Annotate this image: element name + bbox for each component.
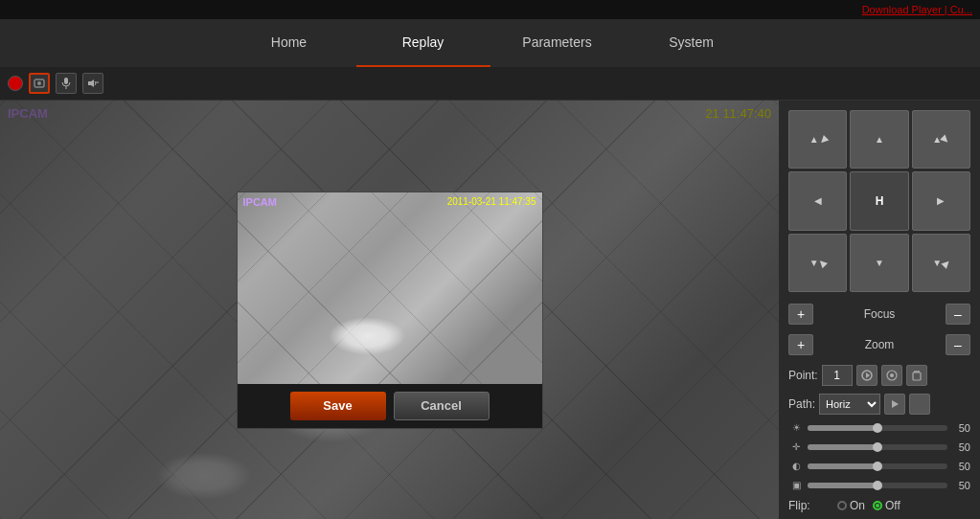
- contrast-value: 50: [951, 441, 970, 453]
- modal-buttons: Save Cancel: [238, 384, 542, 428]
- toolbar: [0, 67, 980, 101]
- focus-minus-button[interactable]: –: [946, 304, 970, 325]
- flip-on-radio[interactable]: [837, 501, 847, 510]
- modal-light: [329, 317, 405, 355]
- main-area: IPCAM 21 11:47:40 IPCAM 2011-03-21 11:47…: [0, 101, 980, 519]
- modal-save-button[interactable]: Save: [290, 392, 386, 420]
- path-label: Path:: [788, 397, 815, 411]
- svg-rect-2: [64, 78, 68, 84]
- path-row: Path: Horiz Vert Custom: [788, 394, 970, 415]
- play-icon: [890, 399, 900, 409]
- focus-row: + Focus –: [788, 304, 970, 325]
- brightness-icon: ☀: [788, 422, 804, 433]
- record-button[interactable]: [8, 76, 23, 91]
- focus-label: Focus: [817, 307, 942, 321]
- nav-system[interactable]: System: [625, 19, 759, 67]
- modal-preview: IPCAM 2011-03-21 11:47:35: [238, 192, 542, 384]
- snapshot-icon: [34, 78, 45, 89]
- ptz-up[interactable]: ▲: [850, 110, 908, 169]
- point-settings-button[interactable]: [881, 365, 902, 386]
- camera-view: IPCAM 21 11:47:40 IPCAM 2011-03-21 11:47…: [0, 101, 779, 519]
- trash-icon: [911, 370, 923, 381]
- zoom-label: Zoom: [817, 338, 942, 351]
- modal-cam-label: IPCAM: [243, 196, 277, 208]
- ptz-home[interactable]: H: [850, 171, 908, 230]
- saturation-track[interactable]: [808, 463, 947, 469]
- point-input[interactable]: [822, 365, 853, 386]
- path-stop-button[interactable]: [909, 394, 930, 415]
- saturation-value: 50: [951, 461, 970, 472]
- save-preset-modal: IPCAM 2011-03-21 11:47:35 Save Cancel: [237, 192, 543, 429]
- svg-marker-4: [88, 79, 94, 87]
- ptz-down[interactable]: ▼: [850, 234, 908, 292]
- ptz-panel: ▲◀ ▲ ▲▶ ◀ H ▶ ▼◀ ▼ ▼▶ + Focus – + Zoom –…: [779, 101, 980, 519]
- ptz-up-right[interactable]: ▲▶: [912, 110, 970, 169]
- flip-label: Flip:: [788, 499, 832, 512]
- speaker-icon: [87, 79, 99, 88]
- zoom-minus-button[interactable]: –: [946, 334, 970, 355]
- modal-cam-feed: [238, 192, 542, 384]
- contrast-slider-row: ✛ 50: [788, 441, 970, 453]
- nav-parameters[interactable]: Parameters: [490, 19, 625, 67]
- svg-point-1: [37, 81, 41, 85]
- svg-marker-7: [866, 372, 870, 378]
- ptz-left[interactable]: ◀: [788, 171, 847, 230]
- mic-button[interactable]: [56, 73, 77, 94]
- ptz-up-left[interactable]: ▲◀: [788, 110, 847, 169]
- point-go-button[interactable]: [856, 365, 877, 386]
- point-label: Point:: [788, 369, 818, 382]
- nav-replay[interactable]: Replay: [356, 19, 490, 67]
- svg-rect-10: [913, 372, 921, 380]
- flip-on-option[interactable]: On: [837, 499, 865, 512]
- svg-marker-14: [892, 400, 899, 408]
- ptz-down-right[interactable]: ▼▶: [912, 234, 970, 292]
- zoom-row: + Zoom –: [788, 334, 970, 355]
- flip-radio-group: On Off: [837, 499, 900, 512]
- flip-off-radio[interactable]: [873, 501, 882, 510]
- contrast-icon: ✛: [788, 441, 804, 452]
- flip-off-label: Off: [885, 499, 900, 512]
- contrast-track[interactable]: [808, 444, 947, 450]
- ptz-direction-grid: ▲◀ ▲ ▲▶ ◀ H ▶ ▼◀ ▼ ▼▶: [788, 110, 970, 292]
- point-row: Point:: [788, 365, 970, 386]
- nav-bar: Home Replay Parameters System: [0, 19, 980, 67]
- saturation-slider-row: ◐ 50: [788, 461, 970, 472]
- modal-overlay: IPCAM 2011-03-21 11:47:35 Save Cancel: [0, 101, 779, 519]
- top-bar: Download Player | Cu...: [0, 0, 980, 19]
- mic-icon: [61, 78, 71, 89]
- path-play-button[interactable]: [884, 394, 905, 415]
- ptz-right[interactable]: ▶: [912, 171, 970, 230]
- brightness-slider-row: ☀ 50: [788, 422, 970, 434]
- flip-on-label: On: [850, 499, 865, 512]
- sharpness-track[interactable]: [808, 483, 947, 488]
- flip-off-option[interactable]: Off: [873, 499, 900, 512]
- nav-home[interactable]: Home: [222, 19, 356, 67]
- svg-point-8: [890, 373, 894, 377]
- path-select[interactable]: Horiz Vert Custom: [819, 394, 880, 415]
- brightness-value: 50: [951, 422, 970, 434]
- focus-plus-button[interactable]: +: [788, 304, 813, 325]
- speaker-button[interactable]: [82, 73, 103, 94]
- modal-cancel-button[interactable]: Cancel: [394, 392, 490, 420]
- snapshot-button[interactable]: [29, 73, 50, 94]
- brightness-track[interactable]: [808, 425, 947, 431]
- ptz-down-left[interactable]: ▼◀: [788, 234, 847, 292]
- zoom-plus-button[interactable]: +: [788, 334, 813, 355]
- sharpness-value: 50: [951, 480, 970, 491]
- sharpness-slider-row: ▣ 50: [788, 480, 970, 491]
- gear-icon: [886, 370, 898, 381]
- download-link[interactable]: Download Player | Cu...: [862, 4, 972, 15]
- point-delete-button[interactable]: [906, 365, 927, 386]
- saturation-icon: ◐: [788, 461, 804, 471]
- go-icon: [861, 370, 873, 381]
- flip-row: Flip: On Off: [788, 499, 970, 512]
- modal-cam-time: 2011-03-21 11:47:35: [447, 196, 536, 207]
- sharpness-icon: ▣: [788, 480, 804, 490]
